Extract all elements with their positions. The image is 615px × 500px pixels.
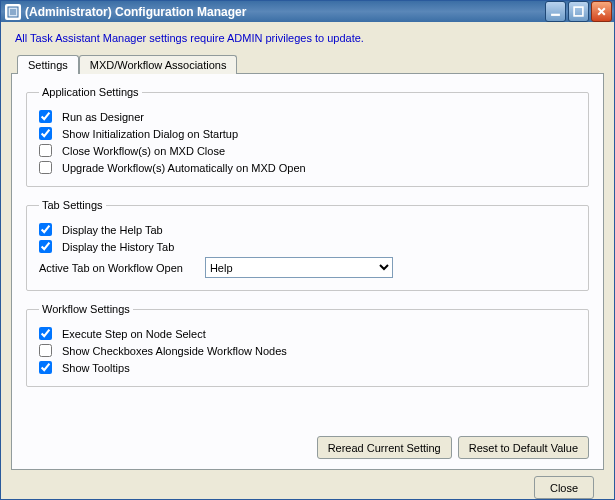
reset-button[interactable]: Reset to Default Value [458,436,589,459]
checkbox-close-workflows[interactable] [39,144,52,157]
tab-container: Settings MXD/Workflow Associations Appli… [11,54,604,470]
group-legend-workflow: Workflow Settings [39,303,133,315]
checkbox-show-tooltips[interactable] [39,361,52,374]
label-run-as-designer: Run as Designer [62,111,144,123]
label-show-checkboxes-nodes: Show Checkboxes Alongside Workflow Nodes [62,345,287,357]
tab-mxd-workflow[interactable]: MXD/Workflow Associations [79,55,238,74]
group-legend-tab: Tab Settings [39,199,106,211]
maximize-button[interactable] [568,1,589,22]
label-close-workflows: Close Workflow(s) on MXD Close [62,145,225,157]
svg-rect-5 [574,7,583,16]
checkbox-show-checkboxes-nodes[interactable] [39,344,52,357]
app-icon [5,4,21,20]
group-application-settings: Application Settings Run as Designer Sho… [26,86,589,187]
tab-strip: Settings MXD/Workflow Associations [17,54,604,73]
window-body: All Task Assistant Manager settings requ… [1,22,614,500]
label-active-tab: Active Tab on Workflow Open [39,262,183,274]
close-window-button[interactable] [591,1,612,22]
label-display-history-tab: Display the History Tab [62,241,174,253]
label-show-tooltips: Show Tooltips [62,362,130,374]
minimize-button[interactable] [545,1,566,22]
group-tab-settings: Tab Settings Display the Help Tab Displa… [26,199,589,291]
window-controls [545,1,612,22]
window-footer: Close [11,470,604,500]
panel-footer: Reread Current Setting Reset to Default … [26,430,589,459]
checkbox-display-history-tab[interactable] [39,240,52,253]
svg-rect-4 [551,14,560,16]
group-legend-application: Application Settings [39,86,142,98]
tab-settings[interactable]: Settings [17,55,79,74]
checkbox-execute-step[interactable] [39,327,52,340]
checkbox-upgrade-workflows[interactable] [39,161,52,174]
select-active-tab[interactable]: Help [205,257,393,278]
group-workflow-settings: Workflow Settings Execute Step on Node S… [26,303,589,387]
label-display-help-tab: Display the Help Tab [62,224,163,236]
admin-notice: All Task Assistant Manager settings requ… [15,32,604,44]
checkbox-run-as-designer[interactable] [39,110,52,123]
close-button[interactable]: Close [534,476,594,499]
window-root: (Administrator) Configuration Manager Al… [0,0,615,500]
reread-button[interactable]: Reread Current Setting [317,436,452,459]
label-show-init-dialog: Show Initialization Dialog on Startup [62,128,238,140]
label-upgrade-workflows: Upgrade Workflow(s) Automatically on MXD… [62,162,306,174]
title-bar: (Administrator) Configuration Manager [1,1,614,22]
window-title: (Administrator) Configuration Manager [25,5,545,19]
tab-panel-settings: Application Settings Run as Designer Sho… [11,73,604,470]
label-execute-step: Execute Step on Node Select [62,328,206,340]
checkbox-show-init-dialog[interactable] [39,127,52,140]
checkbox-display-help-tab[interactable] [39,223,52,236]
